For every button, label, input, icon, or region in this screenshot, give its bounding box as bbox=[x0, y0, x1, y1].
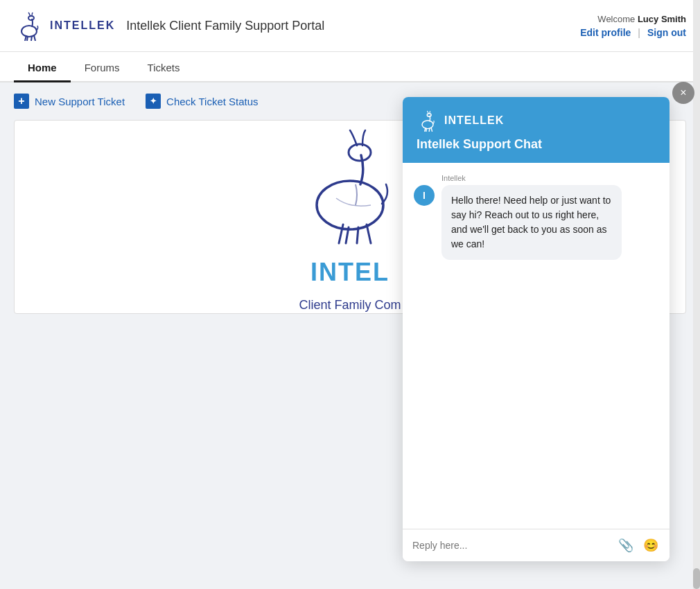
chat-header-title: Intellek Support Chat bbox=[417, 137, 656, 152]
chat-header-logo-text: INTELLEK bbox=[444, 114, 504, 127]
chat-emoji-button[interactable]: 😊 bbox=[642, 536, 660, 554]
logo-text: INTELLEK bbox=[50, 19, 115, 32]
main-logo-svg bbox=[288, 122, 412, 247]
chat-sender-label: Intellek bbox=[441, 174, 658, 182]
header-divider: | bbox=[638, 27, 640, 38]
sign-out-link[interactable]: Sign out bbox=[647, 27, 686, 38]
chat-body: Intellek I Hello there! Need help or jus… bbox=[403, 163, 670, 529]
intellek-logo-icon bbox=[14, 10, 44, 41]
logo-area: INTELLEK bbox=[14, 10, 115, 41]
chat-reply-input[interactable] bbox=[412, 540, 610, 551]
site-header: INTELLEK Intellek Client Family Support … bbox=[0, 0, 700, 52]
new-support-ticket-button[interactable]: + New Support Ticket bbox=[14, 94, 125, 109]
svg-point-4 bbox=[422, 121, 433, 129]
nav-tab-tickets[interactable]: Tickets bbox=[134, 55, 194, 82]
header-left: INTELLEK Intellek Client Family Support … bbox=[14, 10, 324, 41]
svg-point-0 bbox=[21, 26, 37, 37]
chat-footer: 📎 😊 bbox=[403, 529, 670, 561]
nav-tab-forums[interactable]: Forums bbox=[71, 55, 134, 82]
check-status-label: Check Ticket Status bbox=[166, 96, 259, 107]
chat-widget: INTELLEK Intellek Support Chat Intellek … bbox=[403, 97, 670, 561]
svg-point-1 bbox=[28, 16, 34, 20]
nav-bar: Home Forums Tickets bbox=[0, 52, 700, 82]
chat-header-logo: INTELLEK bbox=[417, 109, 656, 132]
username: Lucy Smith bbox=[638, 14, 686, 24]
svg-point-3 bbox=[349, 144, 371, 161]
chat-message-group: Intellek I Hello there! Need help or jus… bbox=[414, 174, 658, 260]
chat-header: INTELLEK Intellek Support Chat bbox=[403, 97, 670, 163]
new-ticket-icon: + bbox=[14, 94, 29, 109]
scrollbar-thumb bbox=[693, 568, 700, 589]
new-ticket-label: New Support Ticket bbox=[35, 96, 125, 107]
header-right: Welcome Lucy Smith Edit profile | Sign o… bbox=[580, 14, 686, 38]
main-logo-brand-text: INTEL bbox=[310, 258, 390, 287]
nav-tab-home[interactable]: Home bbox=[14, 55, 71, 82]
header-title: Intellek Client Family Support Portal bbox=[126, 19, 324, 33]
chat-attachment-button[interactable]: 📎 bbox=[617, 536, 635, 554]
chat-close-button[interactable]: × bbox=[672, 82, 694, 104]
check-ticket-status-button[interactable]: ✦ Check Ticket Status bbox=[146, 94, 259, 109]
chat-logo-icon bbox=[417, 109, 439, 132]
check-status-icon: ✦ bbox=[146, 94, 161, 109]
chat-bubble: Hello there! Need help or just want to s… bbox=[441, 185, 622, 260]
welcome-message: Welcome Lucy Smith bbox=[597, 14, 686, 24]
main-logo-area: INTEL Client Family Com bbox=[288, 122, 412, 313]
chat-message-row: I Hello there! Need help or just want to… bbox=[414, 185, 658, 260]
chat-avatar: I bbox=[414, 185, 435, 206]
header-links: Edit profile | Sign out bbox=[580, 27, 686, 38]
svg-point-5 bbox=[427, 114, 431, 116]
edit-profile-link[interactable]: Edit profile bbox=[580, 27, 631, 38]
main-sub-text: Client Family Com bbox=[299, 298, 401, 313]
scrollbar[interactable] bbox=[693, 0, 700, 589]
